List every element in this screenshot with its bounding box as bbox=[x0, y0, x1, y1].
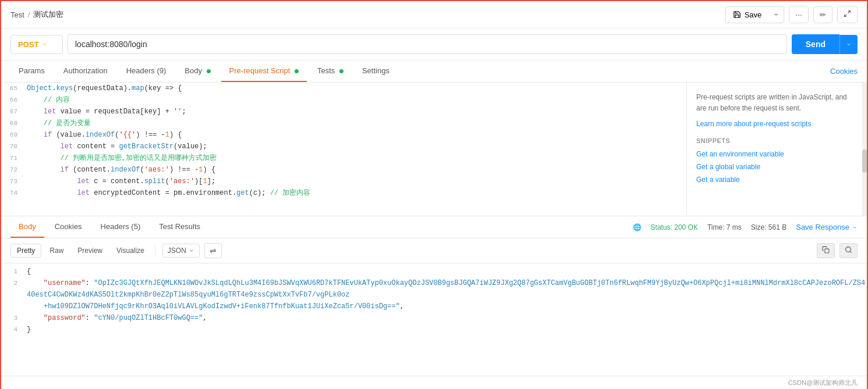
code-lines: 65 Object.keys(requestData).map(key => {… bbox=[1, 83, 686, 199]
line-num-74: 74 bbox=[1, 187, 24, 199]
code-line-71: 71 // 判断用是否加密,加密的话又是用哪种方式加密 bbox=[1, 152, 686, 164]
tab-pre-request[interactable]: Pre-request Script bbox=[221, 60, 307, 82]
code-line-69: 69 if (value.indexOf('{{') !== -1) { bbox=[1, 129, 686, 141]
resp-line-num-4: 4 bbox=[1, 324, 24, 336]
code-line-70: 70 let content = getBracketStr(value); bbox=[1, 141, 686, 152]
line-content-65: Object.keys(requestData).map(key => { bbox=[24, 83, 686, 94]
svg-line-0 bbox=[848, 11, 851, 13]
breadcrumb: Test / 测试加密 bbox=[10, 9, 63, 20]
search-button[interactable] bbox=[839, 243, 858, 258]
line-num-65: 65 bbox=[1, 83, 24, 94]
snippets-title: SNIPPETS bbox=[696, 137, 858, 144]
method-chevron-icon bbox=[42, 41, 48, 47]
save-button[interactable]: Save bbox=[725, 6, 769, 23]
send-button-group: Send bbox=[792, 34, 858, 54]
search-icon bbox=[845, 246, 852, 254]
status-value: Status: 200 OK bbox=[651, 223, 698, 231]
top-actions: Save ··· ✏ bbox=[725, 6, 858, 23]
snippet-global-variable[interactable]: Get a global variable bbox=[696, 163, 858, 171]
format-tab-preview[interactable]: Preview bbox=[72, 244, 108, 257]
resp-tab-headers[interactable]: Headers (5) bbox=[93, 216, 149, 238]
resp-line-content-2: "username": "OpIZc3GJQtXfhJEQMLKN10WOvJk… bbox=[24, 277, 867, 301]
resp-line-3: 3 "password": "cYN0/puqOZlT1HBcFT0wGQ=="… bbox=[1, 312, 867, 324]
resp-line-num-3: 3 bbox=[1, 312, 24, 324]
line-num-68: 68 bbox=[1, 117, 24, 129]
resp-tab-test-results[interactable]: Test Results bbox=[151, 216, 208, 238]
code-line-68: 68 // 是否为变量 bbox=[1, 117, 686, 129]
tab-headers[interactable]: Headers (9) bbox=[118, 60, 175, 82]
snippet-env-variable[interactable]: Get an environment variable bbox=[696, 150, 858, 158]
response-body[interactable]: 1 { 2 "username": "OpIZc3GJQtXfhJEQMLKN1… bbox=[1, 263, 867, 376]
json-chevron-icon bbox=[189, 248, 194, 254]
response-status: 🌐 Status: 200 OK Time: 7 ms Size: 561 B … bbox=[633, 223, 858, 231]
resp-line-content-4: } bbox=[24, 324, 867, 336]
send-chevron-icon bbox=[846, 41, 852, 47]
code-line-67: 67 let value = requestData[key] + ''; bbox=[1, 106, 686, 117]
save-response-button[interactable]: Save Response bbox=[796, 223, 858, 231]
code-line-65: 65 Object.keys(requestData).map(key => { bbox=[1, 83, 686, 94]
json-format-selector[interactable]: JSON bbox=[162, 244, 200, 258]
svg-rect-2 bbox=[825, 249, 829, 253]
line-content-68: // 是否为变量 bbox=[24, 117, 686, 129]
breadcrumb-parent[interactable]: Test bbox=[10, 10, 24, 19]
tab-body[interactable]: Body bbox=[176, 60, 218, 82]
attribution: CSDN@测试架构师北凡 bbox=[1, 376, 867, 389]
learn-more-link[interactable]: Learn more about pre-request scripts bbox=[696, 120, 858, 128]
url-input[interactable] bbox=[68, 34, 787, 54]
save-response-chevron-icon bbox=[852, 224, 858, 230]
svg-line-4 bbox=[850, 251, 851, 252]
line-num-70: 70 bbox=[1, 141, 24, 152]
line-content-71: // 判断用是否加密,加密的话又是用哪种方式加密 bbox=[24, 152, 686, 164]
snippet-variable[interactable]: Get a variable bbox=[696, 176, 858, 184]
line-content-70: let content = getBracketStr(value); bbox=[24, 141, 686, 152]
svg-line-1 bbox=[845, 15, 847, 17]
divider bbox=[155, 245, 155, 256]
request-tabs: Params Authorization Headers (9) Body Pr… bbox=[1, 60, 867, 83]
breadcrumb-separator: / bbox=[28, 10, 30, 19]
url-bar: POST Send bbox=[1, 28, 867, 60]
save-chevron-button[interactable] bbox=[768, 6, 784, 23]
more-options-button[interactable]: ··· bbox=[789, 6, 809, 23]
resp-line-content-2b: +hw109DZlOW7DHeNfjqc9rKhrO3Aql0iVLAVLgKo… bbox=[24, 301, 867, 312]
format-tab-pretty[interactable]: Pretty bbox=[10, 244, 41, 258]
line-content-66: // 内容 bbox=[24, 94, 686, 106]
time-value: Time: 7 ms bbox=[707, 223, 742, 231]
format-tab-raw[interactable]: Raw bbox=[44, 244, 69, 257]
code-line-74: 74 let encryptedContent = pm.environment… bbox=[1, 187, 686, 199]
wrap-button[interactable]: ⇌ bbox=[204, 243, 222, 258]
method-selector[interactable]: POST bbox=[10, 35, 63, 54]
top-bar: Test / 测试加密 Save ··· ✏ bbox=[1, 1, 867, 28]
scrollbar-thumb[interactable] bbox=[862, 149, 867, 173]
line-content-69: if (value.indexOf('{{') !== -1) { bbox=[24, 129, 686, 141]
line-content-74: let encryptedContent = pm.environment.ge… bbox=[24, 187, 686, 199]
cookies-link[interactable]: Cookies bbox=[830, 67, 858, 76]
chevron-down-icon bbox=[773, 12, 779, 17]
resp-tab-body[interactable]: Body bbox=[10, 216, 44, 238]
copy-button[interactable] bbox=[817, 243, 835, 258]
expand-button[interactable] bbox=[837, 6, 858, 23]
resp-line-num-1: 1 bbox=[1, 266, 24, 277]
send-button[interactable]: Send bbox=[792, 34, 839, 54]
resp-tab-cookies[interactable]: Cookies bbox=[47, 216, 90, 238]
globe-icon: 🌐 bbox=[633, 223, 642, 231]
response-tabs: Body Cookies Headers (5) Test Results 🌐 … bbox=[1, 216, 867, 238]
tab-authorization[interactable]: Authorization bbox=[55, 60, 116, 82]
json-format-label: JSON bbox=[168, 247, 186, 255]
bottom-section: Body Cookies Headers (5) Test Results 🌐 … bbox=[1, 216, 867, 389]
copy-icon bbox=[822, 246, 830, 254]
tab-settings[interactable]: Settings bbox=[354, 60, 398, 82]
line-num-72: 72 bbox=[1, 164, 24, 176]
send-chevron-button[interactable] bbox=[839, 35, 858, 54]
edit-button[interactable]: ✏ bbox=[813, 6, 832, 23]
tests-dot bbox=[339, 69, 343, 73]
code-line-72: 72 if (content.indexOf('aes:') !== -1) { bbox=[1, 164, 686, 176]
code-editor[interactable]: 65 Object.keys(requestData).map(key => {… bbox=[1, 83, 686, 216]
resp-line-content-1: { bbox=[24, 266, 867, 277]
tab-params[interactable]: Params bbox=[10, 60, 53, 82]
breadcrumb-current: 测试加密 bbox=[33, 9, 63, 20]
resp-line-2: 2 "username": "OpIZc3GJQtXfhJEQMLKN10WOv… bbox=[1, 277, 867, 301]
format-tab-visualize[interactable]: Visualize bbox=[111, 244, 150, 257]
tab-tests[interactable]: Tests bbox=[309, 60, 352, 82]
resp-line-1: 1 { bbox=[1, 266, 867, 277]
expand-icon bbox=[844, 10, 851, 17]
